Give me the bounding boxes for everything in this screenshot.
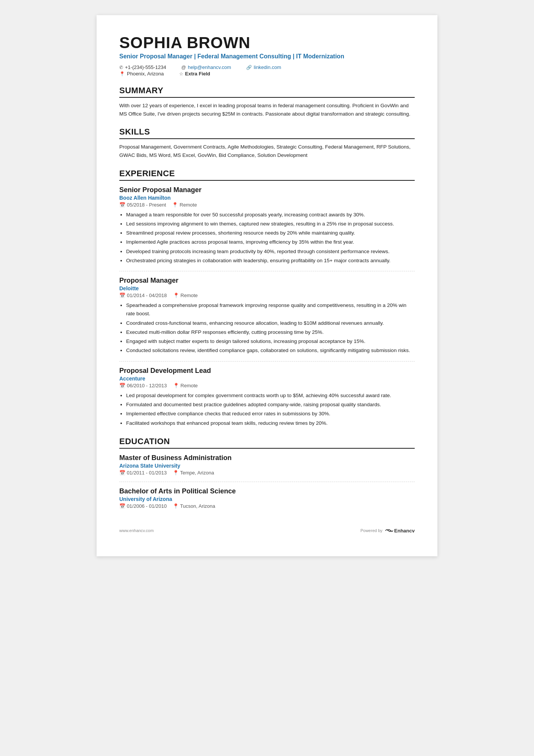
location-icon-3: 📍	[173, 383, 179, 388]
job-location-2: 📍 Remote	[173, 293, 198, 298]
bullet-2-3: Executed multi-million dollar RFP respon…	[126, 328, 415, 337]
company-name-1: Booz Allen Hamilton	[119, 195, 415, 201]
experience-section: EXPERIENCE Senior Proposal Manager Booz …	[119, 169, 415, 427]
location-item: 📍 Phoenix, Arizona	[119, 71, 164, 77]
phone-icon: ✆	[119, 65, 123, 70]
edu-calendar-icon-1: 📅	[119, 470, 125, 476]
job-bullets-2: Spearheaded a comprehensive proposal fra…	[126, 301, 415, 355]
job-dates-1: 📅 05/2018 - Present	[119, 202, 166, 208]
star-icon: ☆	[179, 71, 183, 77]
bullet-3-3: Implemented effective compliance checks …	[126, 410, 415, 418]
education-section: EDUCATION Master of Business Administrat…	[119, 437, 415, 509]
bullet-3-2: Formulated and documented best practice …	[126, 401, 415, 409]
job-title-1: Senior Proposal Manager	[119, 186, 415, 194]
company-name-3: Accenture	[119, 376, 415, 382]
job-title-3: Proposal Development Lead	[119, 367, 415, 375]
resume-page: SOPHIA BROWN Senior Proposal Manager | F…	[97, 15, 437, 556]
school-1: Arizona State University	[119, 463, 415, 469]
phone-number: +1-(234)-555-1234	[125, 64, 166, 70]
footer-powered-by: Powered by Enhancv	[361, 528, 415, 534]
candidate-title: Senior Proposal Manager | Federal Manage…	[119, 53, 415, 60]
summary-text: With over 12 years of experience, I exce…	[119, 102, 415, 118]
linkedin-item: 🔗 linkedin.com	[246, 64, 281, 70]
bullet-1-4: Implemented Agile practices across propo…	[126, 238, 415, 246]
job-entry-1: Senior Proposal Manager Booz Allen Hamil…	[119, 186, 415, 265]
edu-entry-2: Bachelor of Arts in Political Science Un…	[119, 487, 415, 509]
bullet-3-1: Led proposal development for complex gov…	[126, 391, 415, 400]
candidate-name: SOPHIA BROWN	[119, 34, 415, 52]
job-separator-1	[119, 271, 415, 271]
enhancv-brand-name: Enhancv	[394, 528, 415, 534]
edu-location-icon-1: 📍	[173, 470, 179, 476]
calendar-icon-2: 📅	[119, 293, 125, 298]
location-icon-1: 📍	[172, 202, 178, 208]
location-icon-2: 📍	[173, 293, 179, 298]
contact-row-2: 📍 Phoenix, Arizona ☆ Extra Field	[119, 71, 415, 77]
job-separator-2	[119, 361, 415, 362]
job-entry-3: Proposal Development Lead Accenture 📅 06…	[119, 367, 415, 427]
footer-website: www.enhancv.com	[119, 528, 154, 533]
location-icon: 📍	[119, 71, 125, 77]
job-title-2: Proposal Manager	[119, 277, 415, 285]
linkedin-url: linkedin.com	[254, 64, 281, 70]
job-meta-1: 📅 05/2018 - Present 📍 Remote	[119, 202, 415, 208]
summary-title: SUMMARY	[119, 86, 415, 98]
email-icon: @	[181, 65, 186, 70]
extra-field-item: ☆ Extra Field	[179, 71, 210, 77]
bullet-1-6: Orchestrated pricing strategies in colla…	[126, 257, 415, 265]
skills-title: SKILLS	[119, 127, 415, 139]
bullet-2-2: Coordinated cross-functional teams, enha…	[126, 319, 415, 327]
company-name-2: Deloitte	[119, 285, 415, 291]
summary-section: SUMMARY With over 12 years of experience…	[119, 86, 415, 118]
edu-dates-1: 📅 01/2011 - 01/2013	[119, 470, 167, 476]
job-meta-2: 📅 01/2014 - 04/2018 📍 Remote	[119, 293, 415, 298]
edu-location-1: 📍 Tempe, Arizona	[173, 470, 214, 476]
edu-location-2: 📍 Tucson, Arizona	[173, 503, 215, 509]
job-bullets-3: Led proposal development for complex gov…	[126, 391, 415, 427]
email-address: help@enhancv.com	[188, 64, 231, 70]
powered-by-text: Powered by	[361, 528, 383, 533]
phone-item: ✆ +1-(234)-555-1234	[119, 64, 166, 70]
edu-location-icon-2: 📍	[173, 503, 179, 509]
bullet-2-4: Engaged with subject matter experts to d…	[126, 337, 415, 346]
link-icon: 🔗	[246, 65, 252, 70]
edu-meta-1: 📅 01/2011 - 01/2013 📍 Tempe, Arizona	[119, 470, 415, 476]
location-text: Phoenix, Arizona	[127, 71, 164, 77]
job-meta-3: 📅 06/2010 - 12/2013 📍 Remote	[119, 383, 415, 388]
header: SOPHIA BROWN Senior Proposal Manager | F…	[119, 34, 415, 77]
job-entry-2: Proposal Manager Deloitte 📅 01/2014 - 04…	[119, 277, 415, 355]
edu-calendar-icon-2: 📅	[119, 503, 125, 509]
experience-title: EXPERIENCE	[119, 169, 415, 181]
skills-section: SKILLS Proposal Management, Government C…	[119, 127, 415, 159]
degree-2: Bachelor of Arts in Political Science	[119, 487, 415, 495]
edu-separator-1	[119, 482, 415, 482]
bullet-1-3: Streamlined proposal review processes, s…	[126, 229, 415, 237]
skills-text: Proposal Management, Government Contract…	[119, 143, 415, 159]
calendar-icon-1: 📅	[119, 202, 125, 208]
edu-dates-2: 📅 01/2006 - 01/2010	[119, 503, 167, 509]
job-dates-2: 📅 01/2014 - 04/2018	[119, 293, 167, 298]
calendar-icon-3: 📅	[119, 383, 125, 388]
edu-entry-1: Master of Business Administration Arizon…	[119, 454, 415, 476]
job-bullets-1: Managed a team responsible for over 50 s…	[126, 211, 415, 265]
school-2: University of Arizona	[119, 496, 415, 502]
degree-1: Master of Business Administration	[119, 454, 415, 462]
job-location-3: 📍 Remote	[173, 383, 198, 388]
education-title: EDUCATION	[119, 437, 415, 449]
enhancv-logo-icon	[385, 528, 393, 533]
job-dates-3: 📅 06/2010 - 12/2013	[119, 383, 167, 388]
bullet-1-5: Developed training protocols increasing …	[126, 247, 415, 256]
bullet-2-5: Conducted solicitations review, identifi…	[126, 346, 415, 355]
bullet-1-1: Managed a team responsible for over 50 s…	[126, 211, 415, 219]
edu-meta-2: 📅 01/2006 - 01/2010 📍 Tucson, Arizona	[119, 503, 415, 509]
bullet-1-2: Led sessions improving alignment to win …	[126, 220, 415, 228]
footer: www.enhancv.com Powered by Enhancv	[119, 524, 415, 534]
email-item: @ help@enhancv.com	[181, 64, 231, 70]
bullet-3-4: Facilitated workshops that enhanced prop…	[126, 419, 415, 427]
extra-field-text: Extra Field	[185, 71, 210, 77]
job-location-1: 📍 Remote	[172, 202, 197, 208]
bullet-2-1: Spearheaded a comprehensive proposal fra…	[126, 301, 415, 318]
enhancv-logo: Enhancv	[385, 528, 415, 534]
contact-row-1: ✆ +1-(234)-555-1234 @ help@enhancv.com 🔗…	[119, 64, 415, 70]
